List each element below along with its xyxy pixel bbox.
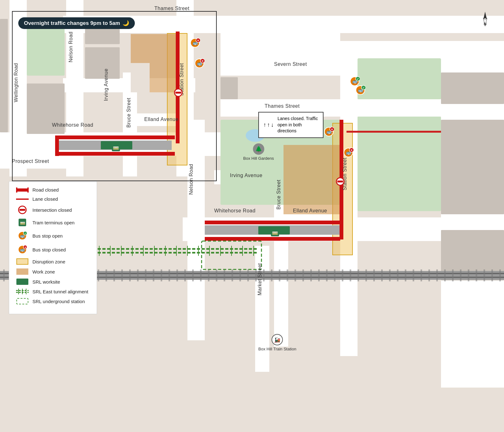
legend-disruption-zone: Disruption zone <box>16 258 90 265</box>
legend-srl-swatch <box>16 279 28 285</box>
overnight-notice-text: Overnight traffic changes 9pm to 5am <box>24 20 120 26</box>
legend-workzone-icon <box>16 268 29 275</box>
legend-road-closed-label: Road closed <box>32 187 59 193</box>
tram-terminus-right: 🚃 <box>270 228 280 238</box>
map-container: Overnight traffic changes 9pm to 5am 🌙 T… <box>0 0 504 432</box>
legend-srl-tunnel: SRL East tunnel alignment <box>16 289 90 294</box>
gardens-icon: 🌲 <box>253 143 264 155</box>
svg-text:✕: ✕ <box>350 149 353 152</box>
lanes-arrows-icon: ↑ ↑ ↓ <box>263 121 274 129</box>
legend-lane-closed-label: Lane closed <box>32 196 58 202</box>
whitehorse-road-label-right: Whitehorse Road <box>214 208 255 214</box>
svg-text:N: N <box>484 22 487 26</box>
legend-bus-open-label: Bus stop open <box>32 233 63 239</box>
legend-bus-closed-label: Bus stop closed <box>32 247 66 252</box>
legend-tunnel-label: SRL East tunnel alignment <box>32 289 88 294</box>
legend-tram-icon: 🚃 <box>16 218 29 227</box>
legend-srl-label: SRL worksite <box>32 279 60 285</box>
train-station-label: Box Hill Train Station <box>258 347 296 351</box>
legend-road-closed-icon <box>16 187 29 193</box>
legend-workzone-swatch <box>16 268 28 275</box>
intersection-closed-right <box>336 177 345 187</box>
legend-srl-icon <box>16 279 29 285</box>
svg-text:✓: ✓ <box>24 232 26 235</box>
legend-tram-terminus: 🚃 Tram terminus open <box>16 218 90 227</box>
legend-disruption-icon <box>16 258 29 265</box>
irving-avenue-label-right: Irving Avenue <box>230 173 262 178</box>
svg-text:✕: ✕ <box>24 246 26 249</box>
svg-rect-23 <box>202 241 261 269</box>
legend-workzone-label: Work zone <box>32 269 55 274</box>
park-upper-right <box>358 58 441 99</box>
road-closed-whitehorse-right-top <box>205 221 340 224</box>
train-station-icon: 🚂 <box>272 334 283 345</box>
north-arrow: N <box>479 11 491 27</box>
legend-underground-label: SRL underground station <box>32 299 85 304</box>
legend-underground-icon <box>16 298 29 304</box>
bus-stop-closed-3: 🚌 ✕ <box>324 127 334 140</box>
overnight-moon-icon: 🌙 <box>123 20 129 26</box>
building-center-1 <box>220 77 238 99</box>
lanes-info-box: ↑ ↑ ↓ Lanes closed. Traffic open in both… <box>258 112 324 138</box>
svg-rect-64 <box>20 209 25 211</box>
legend-tunnel-icon <box>16 289 29 294</box>
building-edge <box>0 19 8 132</box>
legend-intersection-closed: Intersection closed <box>16 205 90 214</box>
legend-tram-label: Tram terminus open <box>32 220 75 225</box>
legend-disruption-swatch <box>16 258 28 265</box>
svg-rect-51 <box>337 181 343 182</box>
legend-bus-closed-icon: 🚌 ✕ <box>16 245 29 255</box>
svg-text:✕: ✕ <box>331 128 333 131</box>
bus-stop-closed-4: 🚌 ✕ <box>343 147 353 161</box>
svg-text:✓: ✓ <box>362 86 365 89</box>
legend-lane-closed-icon <box>16 198 29 200</box>
legend-underground-swatch <box>16 298 28 304</box>
legend-srl-underground: SRL underground station <box>16 298 90 304</box>
legend-disruption-label: Disruption zone <box>32 259 65 264</box>
building-right-1 <box>441 72 504 104</box>
legend-bus-stop-open: 🚌 ✓ Bus stop open <box>16 231 90 241</box>
legend-lane-closed: Lane closed <box>16 196 90 202</box>
svg-rect-60 <box>16 187 17 193</box>
lanes-info-text: Lanes closed. Traffic open in both direc… <box>278 116 318 134</box>
svg-text:🚃: 🚃 <box>272 229 278 235</box>
arrow-1: ↑ <box>263 121 266 129</box>
legend-work-zone: Work zone <box>16 268 90 275</box>
work-zone-right <box>284 145 340 214</box>
svg-text:🚃: 🚃 <box>20 220 26 225</box>
elland-avenue-label-right: Elland Avenue <box>293 208 327 214</box>
arrow-3: ↓ <box>271 121 274 129</box>
legend-srl-worksite: SRL worksite <box>16 279 90 285</box>
srl-underground-svg <box>200 239 263 271</box>
arrow-2: ↑ <box>267 121 270 129</box>
severn-street-label: Severn Street <box>274 61 307 67</box>
bus-stop-open-2: 🚌 ✓ <box>355 85 365 98</box>
thames-street-label-right: Thames Street <box>265 103 300 109</box>
bruce-street-label-right: Bruce Street <box>276 180 282 210</box>
inset-box <box>12 11 217 181</box>
svg-rect-61 <box>27 187 29 193</box>
legend-intersection-icon <box>16 205 29 214</box>
legend-bus-open-icon: 🚌 ✓ <box>16 231 29 241</box>
market-street-label: Market Street <box>257 263 263 296</box>
svg-rect-62 <box>16 199 29 200</box>
thames-street-label-top: Thames Street <box>154 6 189 11</box>
svg-rect-59 <box>16 188 29 192</box>
legend-bus-stop-closed: 🚌 ✕ Bus stop closed <box>16 245 90 255</box>
legend-intersection-label: Intersection closed <box>32 207 72 213</box>
overnight-notice: Overnight traffic changes 9pm to 5am 🌙 <box>18 17 135 29</box>
gardens-label: Box Hill Gardens <box>243 156 274 161</box>
svg-text:✓: ✓ <box>357 78 359 81</box>
legend-road-closed: Road closed <box>16 187 90 193</box>
box-hill-gardens-marker: 🌲 Box Hill Gardens <box>243 143 274 161</box>
lane-closed-thames <box>346 131 441 133</box>
train-station-marker: 🚂 Box Hill Train Station <box>258 334 296 351</box>
upper-right-horiz <box>358 41 443 58</box>
legend: Road closed Lane closed Intersection clo… <box>9 181 97 314</box>
building-right-2 <box>441 120 504 214</box>
